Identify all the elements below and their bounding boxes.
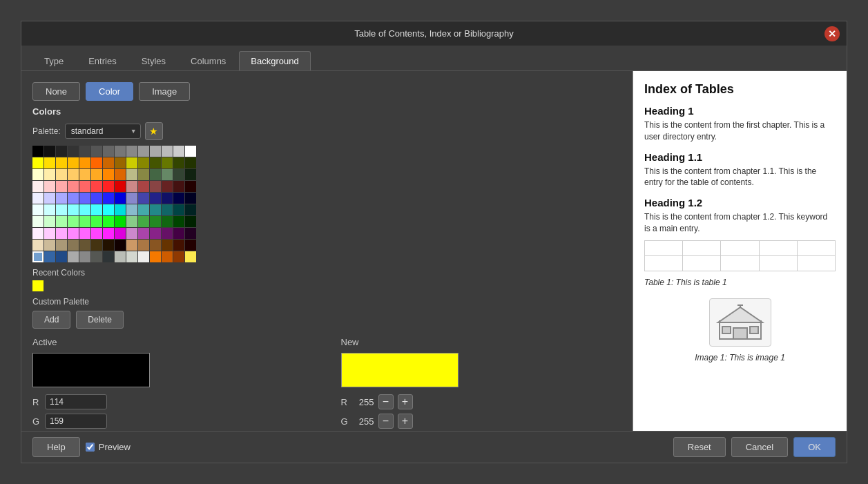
color-cell[interactable] [32,251,44,262]
color-cell[interactable] [68,146,79,157]
color-cell[interactable] [115,193,126,204]
color-cell[interactable] [68,251,79,262]
new-g-decrement[interactable]: − [378,414,394,429]
color-cell[interactable] [32,181,44,192]
close-button[interactable]: ✕ [824,26,840,41]
color-cell[interactable] [56,181,67,192]
color-cell[interactable] [115,204,126,215]
color-cell[interactable] [32,204,44,215]
color-cell[interactable] [79,204,90,215]
color-cell[interactable] [150,157,161,168]
new-r-decrement[interactable]: − [378,394,394,409]
color-cell[interactable] [68,216,79,227]
color-cell[interactable] [115,169,126,180]
color-cell[interactable] [185,169,196,180]
color-cell[interactable] [115,181,126,192]
color-cell[interactable] [173,193,184,204]
color-cell[interactable] [150,204,161,215]
delete-button[interactable]: Delete [76,311,124,329]
color-cell[interactable] [56,193,67,204]
tab-background[interactable]: Background [239,51,310,70]
new-g-increment[interactable]: + [398,414,413,429]
star-button[interactable]: ★ [145,122,163,140]
color-cell[interactable] [103,204,114,215]
color-cell[interactable] [126,157,137,168]
cancel-button[interactable]: Cancel [731,437,788,457]
color-cell[interactable] [173,240,184,251]
color-cell[interactable] [91,240,102,251]
color-cell[interactable] [56,240,67,251]
tab-columns[interactable]: Columns [179,51,238,70]
color-cell[interactable] [56,204,67,215]
color-cell[interactable] [91,228,102,239]
color-cell[interactable] [173,216,184,227]
color-cell[interactable] [44,157,55,168]
color-cell[interactable] [162,169,173,180]
color-cell[interactable] [32,169,44,180]
color-cell[interactable] [103,181,114,192]
color-cell[interactable] [103,251,114,262]
color-cell[interactable] [173,204,184,215]
active-g-input[interactable] [45,414,107,429]
color-cell[interactable] [103,216,114,227]
color-cell[interactable] [185,204,196,215]
option-color[interactable]: Color [86,82,133,101]
color-cell[interactable] [44,204,55,215]
color-cell[interactable] [138,193,149,204]
color-cell[interactable] [115,146,126,157]
color-cell[interactable] [79,251,90,262]
color-cell[interactable] [103,193,114,204]
color-cell[interactable] [126,216,137,227]
color-cell[interactable] [150,181,161,192]
color-cell[interactable] [138,228,149,239]
color-cell[interactable] [32,157,44,168]
color-cell[interactable] [79,146,90,157]
ok-button[interactable]: OK [793,437,836,457]
color-cell[interactable] [56,228,67,239]
color-cell[interactable] [150,251,161,262]
color-cell[interactable] [32,228,44,239]
color-cell[interactable] [138,157,149,168]
color-cell[interactable] [68,204,79,215]
color-cell[interactable] [173,181,184,192]
color-cell[interactable] [44,181,55,192]
color-cell[interactable] [126,240,137,251]
color-cell[interactable] [185,251,196,262]
color-cell[interactable] [138,240,149,251]
color-cell[interactable] [126,228,137,239]
color-cell[interactable] [162,146,173,157]
color-cell[interactable] [185,216,196,227]
color-cell[interactable] [91,204,102,215]
color-cell[interactable] [173,157,184,168]
color-cell[interactable] [162,228,173,239]
color-cell[interactable] [32,146,44,157]
color-cell[interactable] [91,216,102,227]
color-cell[interactable] [32,216,44,227]
color-cell[interactable] [32,240,44,251]
color-cell[interactable] [162,204,173,215]
color-cell[interactable] [103,146,114,157]
color-cell[interactable] [162,193,173,204]
color-cell[interactable] [68,157,79,168]
color-cell[interactable] [44,240,55,251]
reset-button[interactable]: Reset [673,437,726,457]
color-cell[interactable] [91,251,102,262]
new-r-increment[interactable]: + [398,394,413,409]
color-cell[interactable] [44,216,55,227]
color-cell[interactable] [150,240,161,251]
active-r-input[interactable] [45,394,107,409]
color-cell[interactable] [126,251,137,262]
color-cell[interactable] [162,181,173,192]
color-cell[interactable] [79,181,90,192]
color-cell[interactable] [32,193,44,204]
color-cell[interactable] [56,216,67,227]
color-cell[interactable] [138,216,149,227]
color-cell[interactable] [150,193,161,204]
color-cell[interactable] [185,240,196,251]
color-cell[interactable] [91,181,102,192]
color-cell[interactable] [185,157,196,168]
color-cell[interactable] [103,228,114,239]
color-cell[interactable] [91,146,102,157]
color-cell[interactable] [162,216,173,227]
add-button[interactable]: Add [32,311,70,329]
